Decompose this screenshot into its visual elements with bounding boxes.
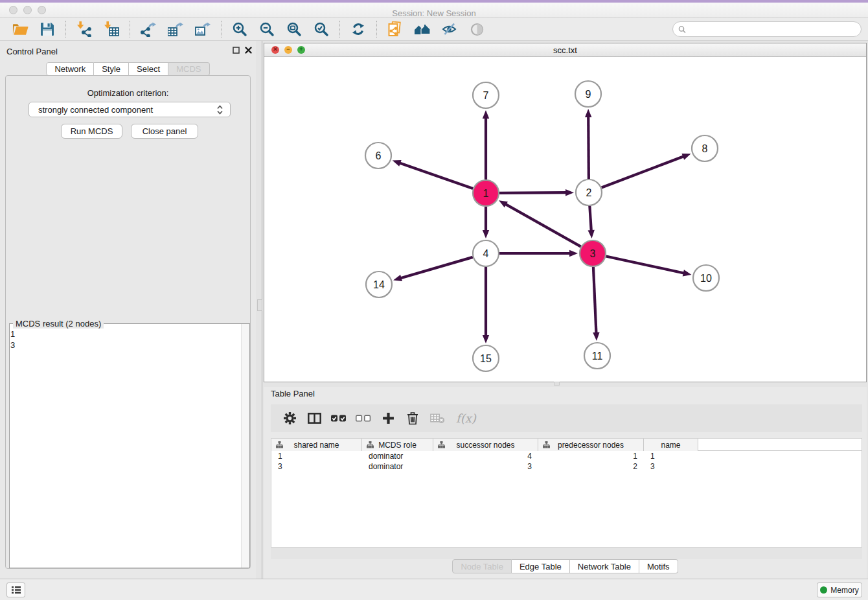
save-session-icon[interactable] [36, 19, 58, 39]
table-cell-predecessor-nodes[interactable]: 2 [538, 461, 644, 472]
open-file-icon[interactable] [9, 19, 31, 39]
graph-node-2[interactable]: 2 [576, 179, 602, 205]
tab-mcds[interactable]: MCDS [168, 62, 209, 76]
tab-network[interactable]: Network [46, 62, 94, 76]
graph-node-11[interactable]: 11 [584, 343, 610, 369]
criterion-dropdown[interactable]: strongly connected component [29, 102, 231, 117]
mcds-result-lines: 13 [10, 329, 238, 351]
search-input[interactable] [690, 25, 856, 34]
zoom-selected-icon[interactable] [310, 19, 332, 39]
import-table-icon[interactable] [100, 19, 122, 39]
graph-edge-3-1[interactable] [499, 200, 581, 246]
table-cell-predecessor-nodes[interactable]: 1 [538, 451, 644, 461]
zoom-in-icon[interactable] [229, 19, 251, 39]
graph-edge-1-2[interactable] [499, 189, 574, 196]
network-canvas[interactable]: 7968124314101511 [264, 57, 866, 382]
graph-node-1[interactable]: 1 [473, 180, 499, 206]
graph-edge-1-6[interactable] [393, 160, 473, 189]
table-cell-successor-nodes[interactable]: 3 [433, 461, 538, 472]
table-cell-shared-name[interactable]: 1 [271, 451, 362, 461]
table-settings-icon[interactable] [280, 409, 299, 428]
delete-column-icon[interactable] [403, 409, 422, 428]
table-cell-successor-nodes[interactable]: 4 [433, 451, 538, 461]
zoom-fit-icon[interactable] [283, 19, 305, 39]
add-column-icon[interactable] [378, 409, 398, 428]
graph-edge-4-3[interactable] [499, 250, 578, 257]
close-panel-button[interactable]: Close panel [131, 124, 198, 139]
export-image-icon[interactable] [192, 19, 214, 39]
show-details-icon[interactable] [466, 19, 488, 39]
table-cell-name[interactable]: 1 [644, 451, 698, 461]
table-cell-MCDS-role[interactable]: dominator [362, 461, 433, 472]
column-header-name[interactable]: name [644, 439, 698, 451]
run-mcds-button[interactable]: Run MCDS [61, 124, 122, 139]
table-cell-MCDS-role[interactable]: dominator [362, 451, 433, 461]
graph-node-15[interactable]: 15 [473, 345, 499, 371]
control-panel: Control Panel NetworkStyleSelectMCDS Opt… [0, 41, 256, 579]
table-tab-edge-table[interactable]: Edge Table [512, 559, 570, 573]
graph-edge-2-3[interactable] [588, 206, 595, 238]
graph-edge-3-11[interactable] [593, 267, 599, 341]
delete-table-icon[interactable] [428, 409, 447, 428]
function-builder-icon[interactable]: f(x) [452, 409, 480, 428]
graph-node-14[interactable]: 14 [366, 271, 392, 297]
graph-edge-1-4[interactable] [483, 207, 489, 238]
close-panel-icon[interactable] [245, 47, 252, 54]
graph-edge-1-7[interactable] [483, 110, 489, 179]
shared-column-icon [438, 441, 445, 448]
graph-node-9[interactable]: 9 [575, 81, 601, 107]
refresh-view-icon[interactable] [347, 19, 369, 39]
table-tab-node-table[interactable]: Node Table [452, 559, 512, 573]
table-row: 1dominator411 [271, 451, 862, 461]
graph-edge-2-8[interactable] [602, 154, 691, 188]
zoom-out-icon[interactable] [256, 19, 278, 39]
graph-node-3[interactable]: 3 [580, 240, 606, 266]
memory-button[interactable]: Memory [817, 583, 862, 597]
mcds-result-box[interactable] [9, 323, 250, 568]
graph-node-8[interactable]: 8 [692, 135, 718, 161]
shared-column-icon [543, 441, 550, 448]
clone-network-icon[interactable] [384, 19, 406, 39]
import-network-icon[interactable] [73, 19, 95, 39]
graph-node-10[interactable]: 10 [693, 265, 719, 291]
graph-edge-4-14[interactable] [393, 257, 473, 281]
select-all-checkbox-icon[interactable] [329, 409, 348, 428]
tab-select[interactable]: Select [129, 62, 168, 76]
column-header-predecessor-nodes[interactable]: predecessor nodes [538, 439, 644, 451]
split-view-icon[interactable] [304, 409, 324, 428]
export-table-icon[interactable] [165, 19, 187, 39]
graph-node-6[interactable]: 6 [365, 143, 391, 168]
table-tab-motifs[interactable]: Motifs [639, 559, 678, 573]
graph-node-7[interactable]: 7 [473, 82, 499, 108]
control-panel-buttons [233, 47, 252, 54]
table-toolbar: f(x) [271, 404, 862, 432]
column-header-label: predecessor nodes [558, 441, 624, 450]
svg-text:14: 14 [373, 279, 385, 290]
table-tab-network-table[interactable]: Network Table [570, 559, 639, 573]
horizontal-splitter-grip[interactable] [554, 382, 560, 386]
memory-status-dot [820, 586, 827, 594]
search-box[interactable] [672, 21, 862, 37]
graph-edge-3-10[interactable] [606, 256, 692, 276]
column-header-MCDS-role[interactable]: MCDS role [362, 439, 433, 451]
column-header-shared-name[interactable]: shared name [271, 439, 362, 451]
mcds-result-node: 3 [10, 340, 238, 351]
deselect-all-checkbox-icon[interactable] [354, 409, 373, 428]
tab-style[interactable]: Style [94, 62, 129, 76]
vertical-splitter-grip[interactable] [257, 299, 262, 311]
network-window-titlebar[interactable]: ✕ − + scc.txt [264, 43, 866, 57]
column-header-label: successor nodes [456, 441, 514, 450]
graph-node-4[interactable]: 4 [473, 240, 499, 266]
hide-details-icon[interactable] [439, 19, 461, 39]
graph-edge-2-9[interactable] [585, 109, 591, 179]
column-header-successor-nodes[interactable]: successor nodes [433, 439, 538, 451]
result-scrollbar[interactable] [241, 324, 249, 568]
float-panel-icon[interactable] [233, 47, 240, 54]
graph-edge-4-15[interactable] [483, 267, 489, 343]
task-history-button[interactable] [6, 583, 25, 597]
table-cell-name[interactable]: 3 [644, 461, 698, 472]
app-window: { "window": { "title": "Session: New Ses… [0, 0, 868, 600]
table-cell-shared-name[interactable]: 3 [271, 461, 362, 472]
home-icon[interactable] [411, 19, 433, 39]
export-network-icon[interactable] [137, 19, 159, 39]
